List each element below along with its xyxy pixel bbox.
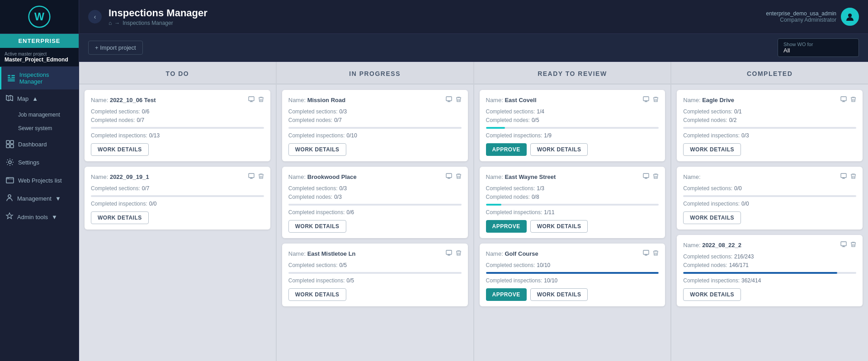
sidebar-item-label-map: Map	[17, 95, 28, 102]
work-details-button[interactable]: WORK DETAILS	[288, 143, 346, 156]
card-nodes-value: 146/171	[729, 262, 749, 268]
svg-rect-39	[643, 173, 649, 178]
card-inspections-label: Completed inspections:	[91, 201, 147, 207]
svg-point-14	[9, 161, 11, 164]
card-delete-icon[interactable]	[258, 96, 264, 104]
card-completed-sections-row: Completed sections: 0/7	[91, 185, 264, 192]
card-name: Name: Golf Course	[486, 250, 538, 257]
kanban-cards-todo: Name: 2022_10_06 Test Completed sections…	[79, 84, 276, 361]
card-completed-inspections-row: Completed inspections: 362/414	[683, 277, 856, 284]
card-icon-group	[248, 173, 264, 181]
work-details-button[interactable]: WORK DETAILS	[91, 211, 149, 224]
work-details-button[interactable]: WORK DETAILS	[683, 211, 741, 224]
work-details-button[interactable]: WORK DETAILS	[683, 143, 741, 156]
card-screen-icon[interactable]	[840, 173, 847, 181]
card-completed-nodes-row: Completed nodes: 146/171	[683, 262, 856, 268]
card-progress-bar-container	[91, 127, 264, 129]
card-completed-inspections-row: Completed inspections: 10/10	[486, 277, 659, 284]
table-row: Name: Eagle Drive Completed sections: 0/…	[677, 90, 863, 161]
card-sections-value: 216/243	[734, 253, 754, 260]
card-screen-icon[interactable]	[643, 96, 649, 104]
card-inspections-label: Completed inspections:	[683, 277, 740, 284]
card-delete-icon[interactable]	[653, 173, 659, 181]
sidebar-item-map[interactable]: Map ▲	[0, 89, 79, 108]
approve-button[interactable]: APPROVE	[486, 143, 527, 156]
sidebar-item-sewer-system[interactable]: Sewer system	[0, 122, 79, 135]
card-delete-icon[interactable]	[653, 250, 659, 258]
card-screen-icon[interactable]	[446, 96, 452, 104]
card-completed-sections-row: Completed sections: 1/3	[486, 185, 659, 192]
card-completed-nodes-row: Completed nodes: 0/5	[486, 117, 659, 123]
card-screen-icon[interactable]	[643, 250, 649, 258]
work-details-button[interactable]: WORK DETAILS	[530, 288, 588, 301]
work-details-button[interactable]: WORK DETAILS	[288, 220, 346, 233]
breadcrumb-arrow: →	[114, 20, 120, 26]
work-details-button[interactable]: WORK DETAILS	[288, 288, 346, 301]
card-name: Name: 2022_10_06 Test	[91, 97, 156, 103]
avatar[interactable]	[841, 8, 859, 26]
card-delete-icon[interactable]	[850, 96, 856, 104]
card-screen-icon[interactable]	[248, 96, 255, 104]
work-details-button[interactable]: WORK DETAILS	[530, 220, 588, 233]
work-details-button[interactable]: WORK DETAILS	[91, 143, 149, 156]
card-actions: WORK DETAILS	[683, 288, 856, 301]
svg-rect-45	[841, 97, 846, 101]
sidebar-item-management[interactable]: Management ▼	[0, 189, 79, 208]
sidebar-item-inspections-manager[interactable]: Inspections Manager	[0, 67, 79, 89]
card-delete-icon[interactable]	[653, 96, 659, 104]
card-nodes-value: 0/2	[729, 117, 737, 123]
show-wo-box[interactable]: Show WO for All	[778, 38, 859, 57]
card-inspections-value: 1/9	[544, 132, 552, 139]
back-button[interactable]: ‹	[88, 10, 102, 23]
card-screen-icon[interactable]	[248, 173, 255, 181]
card-name-label: Name:	[486, 250, 505, 257]
card-sections-label: Completed sections:	[288, 185, 338, 192]
card-delete-icon[interactable]	[850, 173, 856, 181]
card-delete-icon[interactable]	[850, 241, 856, 249]
user-info: enterprise_demo_usa_admin Company Admini…	[766, 10, 836, 23]
card-inspections-value: 0/0	[149, 201, 157, 207]
main-area: ‹ Inspections Manager ⌂ → Inspections Ma…	[79, 0, 868, 361]
card-completed-inspections-row: Completed inspections: 0/5	[288, 277, 462, 284]
sidebar-item-job-management[interactable]: Job management	[0, 108, 79, 122]
card-name-value: Eagle Drive	[702, 97, 734, 103]
card-delete-icon[interactable]	[456, 173, 462, 181]
sidebar-item-label-admin-tools: Admin tools	[17, 214, 48, 220]
sidebar-item-admin-tools[interactable]: Admin tools ▼	[0, 208, 79, 226]
sidebar-item-web-projects-list[interactable]: Web Projects list	[0, 171, 79, 189]
import-project-button[interactable]: + Import project	[88, 41, 143, 55]
card-completed-inspections-row: Completed inspections: 1/11	[486, 209, 659, 216]
card-screen-icon[interactable]	[840, 241, 847, 249]
card-completed-nodes-row: Completed nodes: 0/2	[683, 117, 856, 123]
svg-rect-12	[6, 145, 9, 148]
card-sections-value: 0/0	[734, 185, 742, 192]
card-sections-label: Completed sections:	[683, 108, 732, 115]
card-icon-group	[840, 173, 856, 181]
card-screen-icon[interactable]	[840, 96, 847, 104]
card-sections-value: 0/7	[142, 185, 150, 192]
card-screen-icon[interactable]	[446, 250, 452, 258]
kanban-col-completed: COMPLETEDName: Eagle Drive Completed sec…	[671, 62, 868, 361]
card-delete-icon[interactable]	[456, 96, 462, 104]
card-completed-sections-row: Completed sections: 0/1	[683, 108, 856, 115]
sidebar-item-dashboard[interactable]: Dashboard	[0, 135, 79, 153]
card-name-value: Mission Road	[307, 97, 346, 103]
work-details-button[interactable]: WORK DETAILS	[683, 288, 741, 301]
kanban-col-header-todo: TO DO	[79, 62, 276, 84]
sidebar-item-settings[interactable]: Settings	[0, 153, 79, 171]
card-delete-icon[interactable]	[258, 173, 264, 181]
card-header: Name: 2022_10_06 Test	[91, 96, 264, 104]
approve-button[interactable]: APPROVE	[486, 288, 527, 301]
card-name-value: 2022_10_06 Test	[110, 97, 156, 103]
card-nodes-label: Completed nodes:	[486, 194, 530, 200]
active-project-label: Active master project	[5, 52, 74, 56]
card-sections-label: Completed sections:	[683, 253, 732, 260]
card-screen-icon[interactable]	[643, 173, 649, 181]
card-actions: APPROVEWORK DETAILS	[486, 220, 659, 233]
approve-button[interactable]: APPROVE	[486, 220, 527, 233]
card-screen-icon[interactable]	[446, 173, 452, 181]
card-delete-icon[interactable]	[456, 250, 462, 258]
sidebar-nav: Inspections Manager Map ▲ Job management…	[0, 67, 79, 361]
work-details-button[interactable]: WORK DETAILS	[530, 143, 588, 156]
svg-text:W: W	[34, 11, 44, 23]
